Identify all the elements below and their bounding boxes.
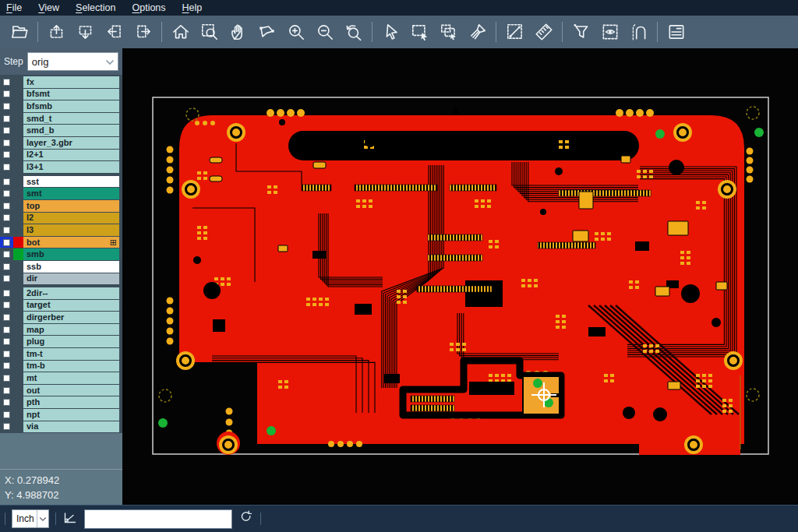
- tool-measure-distance[interactable]: [500, 19, 529, 45]
- layer-row-target[interactable]: target: [0, 300, 119, 312]
- layer-row-dirgerber[interactable]: dirgerber: [0, 312, 119, 323]
- layer-visibility-checkbox[interactable]: [0, 287, 13, 299]
- tool-clean-brush[interactable]: [463, 19, 492, 45]
- step-select[interactable]: orig: [27, 52, 118, 71]
- layer-row-bfsmb[interactable]: bfsmb: [0, 100, 119, 112]
- layer-row-out[interactable]: out: [0, 385, 119, 396]
- layer-row-smt[interactable]: smt: [0, 188, 119, 199]
- layer-row-layer_3.gbr[interactable]: layer_3.gbr: [0, 137, 119, 149]
- layer-visibility-checkbox[interactable]: [0, 361, 13, 372]
- menu-options[interactable]: Options: [132, 2, 165, 13]
- layer-visibility-checkbox[interactable]: [0, 348, 13, 360]
- layer-row-fx[interactable]: fx: [0, 76, 119, 88]
- layer-row-tm-t[interactable]: tm-t: [0, 348, 119, 360]
- layer-visibility-checkbox[interactable]: [0, 188, 13, 199]
- statusbar-separator: [5, 513, 5, 525]
- tool-shift-up[interactable]: [42, 19, 71, 45]
- tool-zoom-window[interactable]: [195, 19, 224, 45]
- tool-zoom-out[interactable]: [310, 19, 339, 45]
- layer-visibility-checkbox[interactable]: [0, 176, 13, 188]
- layer-row-2dir--[interactable]: 2dir--: [0, 287, 119, 299]
- layer-visibility-checkbox[interactable]: [0, 237, 13, 248]
- layer-row-plug[interactable]: plug: [0, 336, 119, 347]
- layer-visibility-checkbox[interactable]: [0, 273, 13, 285]
- layer-visibility-checkbox[interactable]: [0, 89, 13, 100]
- tool-zoom-polygon[interactable]: [252, 19, 281, 45]
- layer-row-l3+1[interactable]: l3+1: [0, 161, 119, 173]
- layer-visibility-checkbox[interactable]: [0, 385, 13, 396]
- tool-shift-down[interactable]: [71, 19, 100, 45]
- layer-visibility-checkbox[interactable]: [0, 312, 13, 323]
- tool-zoom-in[interactable]: [281, 19, 310, 45]
- tool-select-window[interactable]: [405, 19, 434, 45]
- layer-color-swatch: [13, 336, 23, 347]
- tool-snap-arc[interactable]: [624, 19, 653, 45]
- angle-icon: [62, 509, 78, 525]
- layer-visibility-checkbox[interactable]: [0, 324, 13, 336]
- layer-row-smb[interactable]: smb: [0, 248, 119, 260]
- layer-row-ssb[interactable]: ssb: [0, 261, 119, 273]
- layer-color-swatch: [13, 421, 23, 433]
- toolbar-separator: [496, 22, 496, 42]
- tool-layer-view[interactable]: [595, 19, 624, 45]
- layer-visibility-checkbox[interactable]: [0, 200, 13, 212]
- layer-visibility-checkbox[interactable]: [0, 261, 13, 273]
- tool-home-view[interactable]: [166, 19, 195, 45]
- units-select[interactable]: Inch: [12, 509, 49, 528]
- layer-visibility-checkbox[interactable]: [0, 137, 13, 149]
- tool-open-folder[interactable]: [5, 19, 34, 45]
- layer-row-bot[interactable]: bot⊞: [0, 237, 119, 248]
- tool-select-group[interactable]: [434, 19, 463, 45]
- layer-row-smd_t[interactable]: smd_t: [0, 113, 119, 125]
- layer-row-smd_b[interactable]: smd_b: [0, 125, 119, 136]
- layer-visibility-checkbox[interactable]: [0, 76, 13, 88]
- menu-selection[interactable]: Selection: [76, 2, 115, 13]
- layer-visibility-checkbox[interactable]: [0, 213, 13, 224]
- pcb-artwork: [122, 48, 798, 505]
- layer-row-l3[interactable]: l3: [0, 224, 119, 236]
- layer-visibility-checkbox[interactable]: [0, 248, 13, 260]
- viewer-canvas[interactable]: [122, 48, 798, 505]
- layer-row-map[interactable]: map: [0, 324, 119, 336]
- layer-visibility-checkbox[interactable]: [0, 421, 13, 433]
- layer-row-top[interactable]: top: [0, 200, 119, 212]
- layer-row-npt[interactable]: npt: [0, 409, 119, 421]
- tool-ruler[interactable]: [529, 19, 558, 45]
- layer-color-swatch: [13, 176, 23, 188]
- layer-color-swatch: [13, 237, 23, 248]
- refresh-button[interactable]: [238, 509, 254, 528]
- layer-visibility-checkbox[interactable]: [0, 125, 13, 136]
- clean-brush-icon: [468, 22, 488, 42]
- layer-row-bfsmt[interactable]: bfsmt: [0, 89, 119, 100]
- layer-row-l2+1[interactable]: l2+1: [0, 150, 119, 161]
- layer-visibility-checkbox[interactable]: [0, 100, 13, 112]
- menu-file[interactable]: File: [6, 2, 22, 13]
- layer-visibility-checkbox[interactable]: [0, 300, 13, 312]
- tool-report[interactable]: [662, 19, 690, 45]
- layer-row-dir[interactable]: dir: [0, 273, 119, 285]
- command-input[interactable]: [84, 509, 232, 529]
- tool-zoom-previous[interactable]: [339, 19, 368, 45]
- layer-row-pth[interactable]: pth: [0, 396, 119, 408]
- layer-visibility-checkbox[interactable]: [0, 409, 13, 421]
- layer-visibility-checkbox[interactable]: [0, 396, 13, 408]
- layer-row-sst[interactable]: sst: [0, 176, 119, 188]
- layer-row-mt[interactable]: mt: [0, 372, 119, 384]
- layer-visibility-checkbox[interactable]: [0, 372, 13, 384]
- layer-visibility-checkbox[interactable]: [0, 113, 13, 125]
- angle-measure-button[interactable]: [62, 509, 78, 528]
- tool-shift-left[interactable]: [100, 19, 129, 45]
- tool-pan[interactable]: [224, 19, 252, 45]
- layer-visibility-checkbox[interactable]: [0, 336, 13, 347]
- tool-filter[interactable]: [567, 19, 595, 45]
- menu-help[interactable]: Help: [182, 2, 203, 13]
- tool-shift-right[interactable]: [129, 19, 157, 45]
- tool-select-cursor[interactable]: [376, 19, 405, 45]
- menu-view[interactable]: View: [38, 2, 59, 13]
- layer-visibility-checkbox[interactable]: [0, 224, 13, 236]
- layer-visibility-checkbox[interactable]: [0, 150, 13, 161]
- layer-row-via[interactable]: via: [0, 421, 119, 433]
- layer-row-l2[interactable]: l2: [0, 213, 119, 224]
- layer-visibility-checkbox[interactable]: [0, 161, 13, 173]
- layer-row-tm-b[interactable]: tm-b: [0, 361, 119, 372]
